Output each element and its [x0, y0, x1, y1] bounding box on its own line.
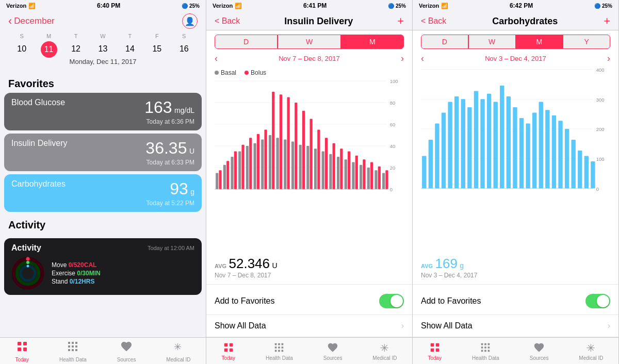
svg-rect-40: [246, 146, 249, 189]
toggle-knob: [390, 295, 403, 307]
tab-medical-label-2: Medical ID: [372, 355, 397, 361]
bluetooth-icon-1: 🔵: [182, 3, 188, 9]
tab-today-3[interactable]: Today: [428, 342, 442, 361]
tab-health-3[interactable]: Health Data: [472, 342, 499, 361]
insulin-add-fav-toggle[interactable]: [379, 294, 404, 308]
tab-today-label-1: Today: [15, 357, 29, 362]
carbs-prev-btn[interactable]: ‹: [421, 53, 424, 64]
activity-section-title: Activity: [0, 215, 206, 234]
tab-medical-2[interactable]: ✳ Medical ID: [372, 342, 397, 361]
cal-day-15[interactable]: 15: [143, 41, 170, 58]
svg-rect-36: [231, 157, 233, 189]
panel-carbs: Verizon 📶 6:42 PM 🔵 25% < Back Carbohydr…: [413, 0, 619, 364]
tab-sources-2[interactable]: Sources: [323, 342, 343, 361]
cal-day-13[interactable]: 13: [89, 41, 116, 58]
svg-rect-16: [68, 349, 70, 351]
svg-rect-56: [306, 146, 309, 189]
fav-label-carbs: Carbohydrates: [11, 179, 66, 189]
svg-rect-51: [287, 97, 290, 189]
svg-rect-52: [291, 142, 294, 189]
svg-rect-34: [223, 165, 226, 189]
bluetooth-icon-3: 🔵: [594, 3, 600, 9]
activity-card[interactable]: Activity Today at 12:00 AM: [4, 238, 202, 295]
cal-day-10[interactable]: 10: [8, 41, 35, 58]
favorites-list: Blood Glucose 163 mg/dL Today at 6:36 PM…: [0, 93, 206, 212]
svg-point-4: [21, 266, 35, 280]
back-month-btn[interactable]: ‹ December: [8, 14, 55, 28]
tab-today-1[interactable]: Today: [15, 340, 29, 362]
wifi-icon-2: 📶: [235, 3, 242, 9]
carbs-seg-d[interactable]: D: [421, 35, 468, 49]
insulin-back-btn[interactable]: < Back: [215, 16, 240, 26]
carbs-back-btn[interactable]: < Back: [421, 16, 446, 26]
insulin-show-all-row[interactable]: Show All Data ›: [206, 315, 412, 337]
basal-label: Basal: [221, 69, 236, 76]
seg-m-btn[interactable]: M: [341, 35, 404, 49]
tab-health-2[interactable]: Health Data: [266, 342, 293, 361]
svg-rect-97: [282, 350, 284, 352]
tab-sources-label-1: Sources: [117, 357, 136, 362]
tab-sources-3[interactable]: Sources: [530, 342, 549, 361]
svg-text:✳: ✳: [174, 342, 182, 352]
svg-rect-143: [436, 343, 439, 346]
cal-day-14[interactable]: 14: [117, 41, 143, 58]
cal-day-16[interactable]: 16: [171, 41, 198, 58]
calendar-days: 10 11 12 13 14 15 16: [8, 41, 198, 58]
svg-rect-147: [485, 343, 487, 345]
svg-rect-74: [374, 170, 377, 189]
tab-health-data-label-1: Health Data: [59, 357, 87, 362]
tab-health-data-1[interactable]: Health Data: [59, 340, 87, 362]
insulin-add-btn[interactable]: +: [397, 14, 404, 28]
fav-label-blood-glucose: Blood Glucose: [11, 98, 65, 107]
bolus-dot: [245, 71, 249, 75]
fav-time-blood-glucose: Today at 6:36 PM: [11, 118, 194, 125]
seg-d-btn[interactable]: D: [215, 35, 278, 49]
full-date-label: Monday, Dec 11, 2017: [8, 58, 198, 70]
svg-rect-33: [219, 170, 221, 189]
svg-rect-39: [241, 145, 244, 189]
status-left-3: Verizon 📶: [419, 3, 448, 9]
fav-unit-carbs: g: [190, 188, 194, 196]
tab-today-2[interactable]: Today: [221, 342, 235, 361]
tab-medical-3[interactable]: ✳ Medical ID: [579, 342, 603, 361]
today-icon-3: [429, 342, 441, 354]
battery-3: 25%: [602, 3, 612, 9]
carbs-toggle-knob: [597, 295, 609, 307]
carbs-seg-m[interactable]: M: [516, 35, 563, 49]
svg-rect-132: [578, 151, 582, 188]
svg-rect-6: [18, 342, 21, 345]
svg-rect-13: [68, 345, 70, 348]
medical-icon-2: ✳: [380, 342, 389, 354]
seg-w-btn[interactable]: W: [278, 35, 340, 49]
carbs-add-fav-toggle[interactable]: [585, 294, 610, 308]
carbs-seg-w[interactable]: W: [468, 35, 516, 49]
insulin-prev-btn[interactable]: ‹: [215, 53, 218, 64]
tab-medical-1[interactable]: ✳ Medical ID: [166, 340, 190, 362]
carbs-seg-y[interactable]: Y: [563, 35, 610, 49]
divider-3: [413, 284, 618, 285]
svg-rect-76: [382, 173, 385, 189]
insulin-next-btn[interactable]: ›: [401, 53, 404, 64]
fav-card-carbs[interactable]: Carbohydrates 93 g Today at 5:22 PM: [4, 174, 202, 212]
fav-card-insulin[interactable]: Insulin Delivery 36.35 U Today at 6:33 P…: [4, 134, 202, 171]
svg-text:20: 20: [390, 165, 395, 171]
insulin-add-fav-label: Add to Favorites: [215, 296, 275, 306]
svg-rect-86: [230, 343, 233, 346]
tab-sources-1[interactable]: Sources: [117, 340, 136, 362]
fav-card-blood-glucose[interactable]: Blood Glucose 163 mg/dL Today at 6:36 PM: [4, 93, 202, 130]
status-bar-2: Verizon 📶 6:41 PM 🔵 25%: [206, 0, 412, 11]
avatar-btn[interactable]: 👤: [182, 13, 198, 29]
cal-day-12[interactable]: 12: [62, 41, 89, 58]
carbs-title: Carbohydrates: [492, 16, 558, 27]
carbs-show-all-row[interactable]: Show All Data ›: [413, 315, 618, 337]
svg-rect-63: [333, 143, 335, 189]
carbs-add-favorites-row[interactable]: Add to Favorites: [413, 288, 618, 315]
svg-rect-45: [264, 130, 267, 189]
carbs-next-btn[interactable]: ›: [607, 53, 610, 64]
insulin-add-favorites-row[interactable]: Add to Favorites: [206, 288, 412, 315]
carbs-add-btn[interactable]: +: [604, 14, 610, 28]
svg-rect-14: [72, 345, 74, 348]
svg-rect-85: [224, 343, 227, 346]
svg-text:300: 300: [596, 97, 605, 103]
cal-day-11-today[interactable]: 11: [41, 41, 57, 58]
